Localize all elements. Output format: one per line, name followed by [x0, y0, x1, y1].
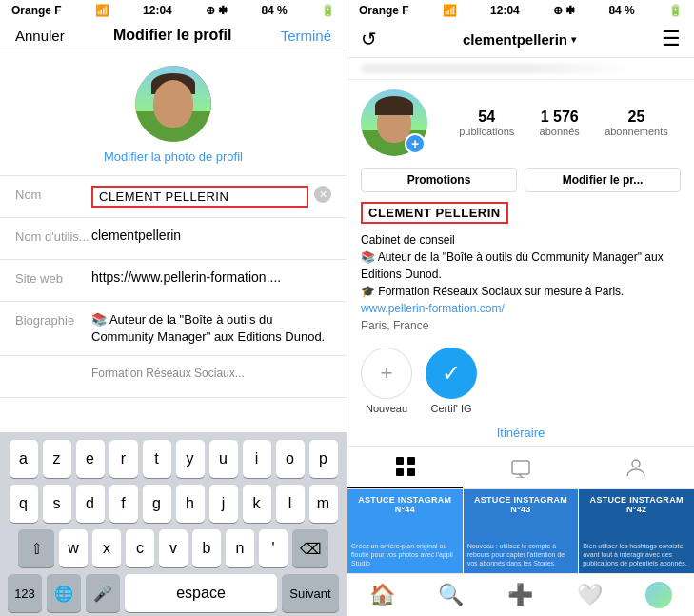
globe-key[interactable]: 🌐 — [47, 574, 81, 612]
key-k[interactable]: k — [243, 485, 271, 523]
bio-cabinet: Cabinet de conseil — [361, 231, 681, 248]
post-desc-1: Créez un arrière-plan original ou flouti… — [351, 542, 459, 567]
username-input[interactable]: clementpellerin — [91, 228, 331, 243]
key-u[interactable]: u — [209, 440, 238, 478]
key-v[interactable]: v — [159, 529, 188, 567]
bottom-nav: 🏠 🔍 ➕ 🤍 — [347, 573, 694, 616]
bio-website-link[interactable]: www.pellerin-formation.com/ — [361, 302, 505, 315]
website-label: Site web — [15, 269, 91, 286]
key-t[interactable]: t — [143, 440, 171, 478]
add-to-story-badge[interactable]: + — [405, 133, 426, 154]
kb-row-1: a z e r t y u i o p — [4, 440, 343, 478]
name-value-wrap: CLEMENT PELLERIN ✕ — [91, 186, 331, 208]
right-nav: ↺ clementpellerin ▾ ☰ — [347, 21, 694, 58]
done-button[interactable]: Terminé — [281, 28, 331, 44]
key-x[interactable]: x — [92, 529, 121, 567]
bio-label: Biographie — [15, 311, 91, 328]
svg-rect-1 — [407, 457, 415, 465]
svg-rect-4 — [512, 461, 529, 474]
key-y[interactable]: y — [176, 440, 205, 478]
hamburger-menu-icon[interactable]: ☰ — [662, 27, 681, 51]
publications-count: 54 — [478, 109, 495, 126]
kb-row-3: ⇧ w x c v b n ' ⌫ — [4, 529, 343, 567]
website-input[interactable]: https://www.pellerin-formation.... — [91, 269, 331, 285]
key-d[interactable]: d — [76, 485, 105, 523]
name-label: Nom — [15, 186, 91, 202]
key-r[interactable]: r — [109, 440, 138, 478]
change-photo-link[interactable]: Modifier la photo de profil — [104, 149, 243, 164]
profile-nav-avatar[interactable] — [645, 582, 672, 608]
post-tile-2[interactable]: ASTUCE INSTAGRAM N°43 Nouveau : utilisez… — [464, 489, 579, 573]
key-c[interactable]: c — [126, 529, 154, 567]
left-nav: Annuler Modifier le profil Terminé — [0, 21, 347, 50]
mic-key[interactable]: 🎤 — [86, 574, 120, 612]
left-wifi-icon: 📶 — [95, 4, 109, 17]
key-q[interactable]: q — [10, 485, 38, 523]
following-label: abonnements — [605, 126, 668, 137]
post-desc-3: Bien utiliser les hashtags consiste avan… — [583, 542, 690, 567]
key-w[interactable]: w — [59, 529, 88, 567]
key-l[interactable]: l — [276, 485, 305, 523]
heart-nav-icon[interactable]: 🤍 — [577, 583, 603, 607]
left-form: Nom CLEMENT PELLERIN ✕ Nom d'utilis... c… — [0, 176, 347, 432]
profile-stats-section: + 54 publications 1 576 abonnés 25 abonn… — [347, 80, 694, 164]
key-p[interactable]: p — [309, 440, 338, 478]
formation-value: Formation Réseaux Sociaux... — [91, 366, 331, 382]
post-tile-3[interactable]: ASTUCE INSTAGRAM N°42 Bien utiliser les … — [579, 489, 694, 573]
key-n2[interactable]: n — [226, 529, 254, 567]
home-nav-icon[interactable]: 🏠 — [369, 583, 395, 607]
space-key[interactable]: espace — [125, 574, 277, 612]
post-tag-1: ASTUCE INSTAGRAM N°44 — [347, 495, 463, 514]
next-key[interactable]: Suivant — [282, 574, 339, 612]
key-f[interactable]: f — [109, 485, 138, 523]
stat-following[interactable]: 25 abonnements — [605, 109, 668, 137]
key-a[interactable]: a — [10, 440, 38, 478]
name-input[interactable]: CLEMENT PELLERIN — [91, 186, 308, 208]
left-time: 12:04 — [143, 4, 172, 17]
stat-publications[interactable]: 54 publications — [459, 109, 514, 137]
name-clear-icon[interactable]: ✕ — [314, 186, 331, 203]
shift-key[interactable]: ⇧ — [18, 529, 54, 567]
certif-highlight-button[interactable]: ✓ — [426, 348, 477, 399]
website-value-wrap: https://www.pellerin-formation.... — [91, 269, 331, 285]
post-tag-2: ASTUCE INSTAGRAM N°43 — [464, 495, 579, 514]
key-j[interactable]: j — [209, 485, 238, 523]
history-icon[interactable]: ↺ — [361, 28, 377, 50]
key-e[interactable]: e — [76, 440, 105, 478]
bio-link[interactable]: www.pellerin-formation.com/ — [361, 300, 681, 317]
key-g[interactable]: g — [143, 485, 171, 523]
key-m[interactable]: m — [309, 485, 338, 523]
tab-tv[interactable] — [463, 447, 578, 488]
username-label: Nom d'utilis... — [15, 228, 91, 244]
edit-profile-button[interactable]: Modifier le pr... — [525, 168, 681, 192]
left-status-bar: Orange F 📶 12:04 ⊕ ✱ 84 % 🔋 — [0, 0, 347, 21]
publications-label: publications — [459, 126, 514, 137]
tab-person[interactable] — [579, 447, 694, 488]
add-nav-icon[interactable]: ➕ — [507, 583, 533, 607]
tab-grid[interactable] — [347, 447, 463, 488]
following-count: 25 — [628, 109, 645, 126]
backspace-key[interactable]: ⌫ — [292, 529, 328, 567]
bio-input[interactable]: 📚 Auteur de la "Boîte à outils du Commun… — [91, 311, 331, 346]
highlight-nouveau-label: Nouveau — [366, 403, 407, 414]
key-h[interactable]: h — [176, 485, 205, 523]
svg-point-7 — [632, 460, 640, 467]
key-i[interactable]: i — [243, 440, 271, 478]
svg-rect-0 — [396, 457, 404, 465]
left-avatar[interactable] — [135, 66, 211, 142]
itineraire-link[interactable]: Itinéraire — [347, 422, 694, 446]
key-apostrophe[interactable]: ' — [259, 529, 288, 567]
new-highlight-button[interactable]: + — [361, 348, 412, 399]
key-o[interactable]: o — [276, 440, 305, 478]
search-nav-icon[interactable]: 🔍 — [438, 583, 464, 607]
promotions-button[interactable]: Promotions — [361, 168, 517, 192]
num-key[interactable]: 123 — [8, 574, 42, 612]
key-z[interactable]: z — [43, 440, 71, 478]
key-s[interactable]: s — [43, 485, 71, 523]
key-b[interactable]: b — [192, 529, 221, 567]
username-display[interactable]: clementpellerin ▾ — [463, 31, 576, 48]
cancel-button[interactable]: Annuler — [15, 28, 65, 44]
post-tile-1[interactable]: ASTUCE INSTAGRAM N°44 Créez un arrière-p… — [347, 489, 463, 573]
username-field-row: Nom d'utilis... clementpellerin — [0, 218, 347, 260]
stat-followers[interactable]: 1 576 abonnés — [540, 109, 580, 137]
